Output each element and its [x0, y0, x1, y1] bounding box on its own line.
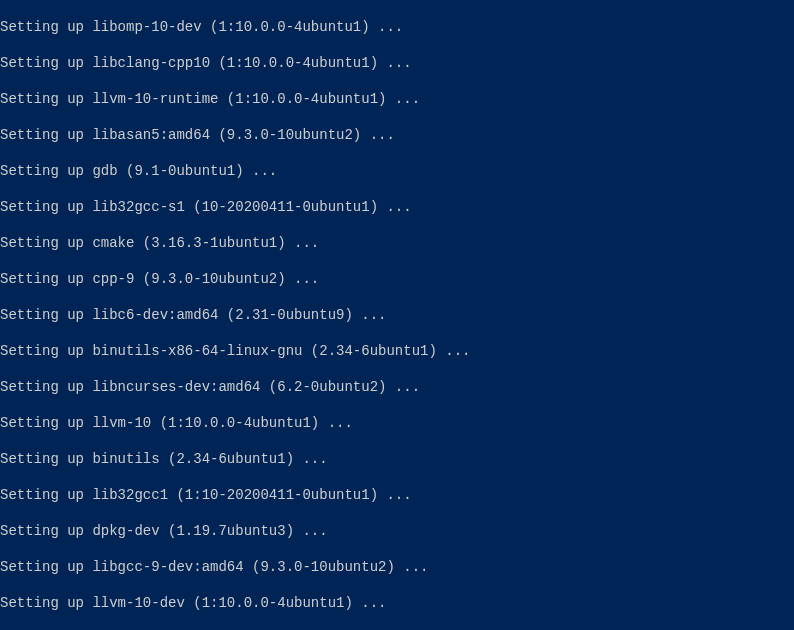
terminal-line: Setting up dpkg-dev (1.19.7ubuntu3) ... [0, 522, 794, 540]
terminal-line: Setting up gdb (9.1-0ubuntu1) ... [0, 162, 794, 180]
terminal-output: Setting up libomp-10-dev (1:10.0.0-4ubun… [0, 0, 794, 630]
terminal-line: Setting up libncurses-dev:amd64 (6.2-0ub… [0, 378, 794, 396]
terminal-line: Setting up cmake (3.16.3-1ubuntu1) ... [0, 234, 794, 252]
terminal-line: Setting up libgcc-9-dev:amd64 (9.3.0-10u… [0, 558, 794, 576]
terminal-line: Setting up lib32gcc1 (1:10-20200411-0ubu… [0, 486, 794, 504]
terminal-line: Setting up libasan5:amd64 (9.3.0-10ubunt… [0, 126, 794, 144]
terminal-line: Setting up binutils-x86-64-linux-gnu (2.… [0, 342, 794, 360]
terminal-line: Setting up cpp-9 (9.3.0-10ubuntu2) ... [0, 270, 794, 288]
terminal-line: Setting up lib32gcc-s1 (10-20200411-0ubu… [0, 198, 794, 216]
terminal-line: Setting up llvm-10 (1:10.0.0-4ubuntu1) .… [0, 414, 794, 432]
terminal-line: Setting up libclang-cpp10 (1:10.0.0-4ubu… [0, 54, 794, 72]
terminal-line: Setting up llvm-10-runtime (1:10.0.0-4ub… [0, 90, 794, 108]
terminal-line: Setting up libc6-dev:amd64 (2.31-0ubuntu… [0, 306, 794, 324]
terminal-line: Setting up llvm-10-dev (1:10.0.0-4ubuntu… [0, 594, 794, 612]
terminal-line: Setting up libomp-10-dev (1:10.0.0-4ubun… [0, 18, 794, 36]
terminal-line: Setting up binutils (2.34-6ubuntu1) ... [0, 450, 794, 468]
